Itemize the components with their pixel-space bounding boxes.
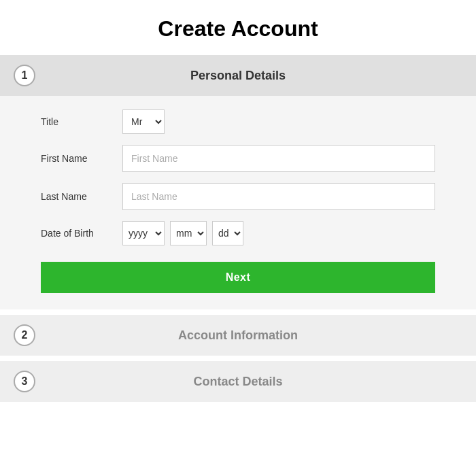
section-contact-details: 3 Contact Details <box>0 361 476 402</box>
section-1-title: Personal Details <box>49 69 427 83</box>
page-title: Create Account <box>0 0 476 55</box>
title-label: Title <box>41 116 122 127</box>
dob-day-select[interactable]: dd for(let d=1;d<=31;d++) document.write… <box>212 221 243 245</box>
dob-row: Date of Birth yyyy for(let y=2024;y>=190… <box>41 221 435 245</box>
section-account-information: 2 Account Information <box>0 315 476 356</box>
first-name-control <box>122 145 435 172</box>
first-name-label: First Name <box>41 153 122 164</box>
first-name-row: First Name <box>41 145 435 172</box>
dob-month-select[interactable]: mm 01 02 03 04 05 06 07 08 09 10 11 12 <box>170 221 207 245</box>
dob-year-select[interactable]: yyyy for(let y=2024;y>=1900;y--) documen… <box>122 221 165 245</box>
section-3-title: Contact Details <box>49 375 427 389</box>
dob-control: yyyy for(let y=2024;y>=1900;y--) documen… <box>122 221 435 245</box>
section-personal-details: 1 Personal Details Title Mr Mrs Ms Dr Fi… <box>0 55 476 309</box>
title-select[interactable]: Mr Mrs Ms Dr <box>122 109 165 134</box>
section-2-header[interactable]: 2 Account Information <box>0 315 476 356</box>
dob-label: Date of Birth <box>41 228 122 239</box>
section-1-header: 1 Personal Details <box>0 55 476 96</box>
first-name-input[interactable] <box>122 145 435 172</box>
last-name-input[interactable] <box>122 183 435 210</box>
section-3-header[interactable]: 3 Contact Details <box>0 361 476 402</box>
title-control: Mr Mrs Ms Dr <box>122 109 435 134</box>
title-row: Title Mr Mrs Ms Dr <box>41 109 435 134</box>
section-1-body: Title Mr Mrs Ms Dr First Name <box>0 96 476 309</box>
page-wrapper: Create Account 1 Personal Details Title … <box>0 0 476 402</box>
section-1-number: 1 <box>14 65 35 86</box>
section-2-number: 2 <box>14 324 35 346</box>
next-button[interactable]: Next <box>41 262 435 293</box>
section-2-title: Account Information <box>49 328 427 343</box>
last-name-control <box>122 183 435 210</box>
section-3-number: 3 <box>14 371 35 392</box>
last-name-row: Last Name <box>41 183 435 210</box>
last-name-label: Last Name <box>41 191 122 202</box>
